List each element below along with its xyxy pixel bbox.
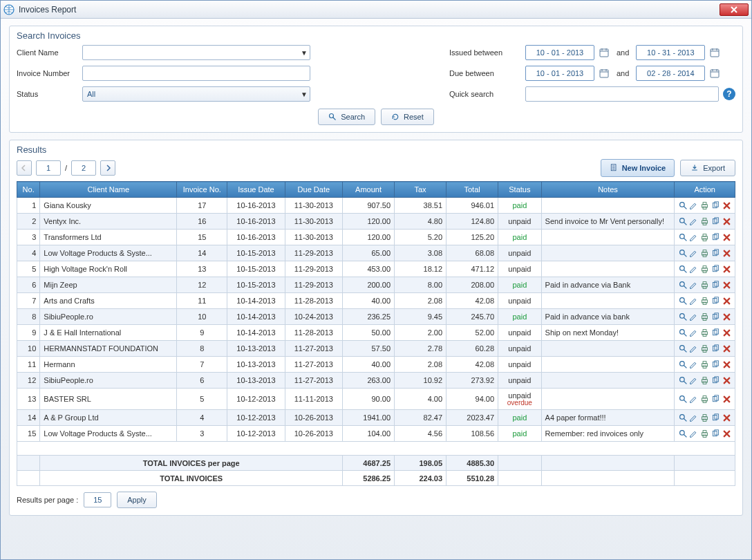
delete-icon[interactable]	[722, 312, 731, 321]
copy-icon[interactable]	[711, 344, 721, 353]
delete-icon[interactable]	[722, 360, 731, 369]
close-button[interactable]	[720, 3, 749, 16]
edit-icon[interactable]	[689, 296, 699, 306]
copy-icon[interactable]	[711, 248, 721, 258]
due-from-input[interactable]	[525, 66, 594, 81]
table-row[interactable]: 15 Low Voltage Products & Syste... 3 10-…	[17, 426, 735, 442]
edit-icon[interactable]	[689, 216, 699, 226]
table-row[interactable]: 4 Low Voltage Products & Syste... 14 10-…	[17, 245, 735, 261]
view-icon[interactable]	[678, 413, 688, 422]
print-icon[interactable]	[700, 328, 710, 337]
issued-from-input[interactable]	[525, 45, 594, 60]
view-icon[interactable]	[678, 264, 688, 274]
edit-icon[interactable]	[689, 264, 699, 274]
table-row[interactable]: 10 HERMANNSTADT FOUNDATION 8 10-13-2013 …	[17, 341, 735, 357]
apply-button[interactable]: Apply	[117, 492, 157, 508]
col-action[interactable]: Action	[675, 182, 735, 198]
print-icon[interactable]	[700, 248, 710, 258]
view-icon[interactable]	[678, 429, 688, 438]
edit-icon[interactable]	[689, 375, 699, 385]
status-select-value[interactable]	[82, 86, 310, 102]
col-tax[interactable]: Tax	[395, 182, 446, 198]
calendar-icon[interactable]	[599, 47, 610, 58]
edit-icon[interactable]	[689, 394, 699, 404]
edit-icon[interactable]	[689, 344, 699, 353]
copy-icon[interactable]	[711, 280, 721, 290]
print-icon[interactable]	[700, 312, 710, 321]
edit-icon[interactable]	[689, 312, 699, 321]
col-no[interactable]: No.	[17, 182, 40, 198]
client-name-combo[interactable]: ▼	[82, 45, 310, 60]
delete-icon[interactable]	[722, 216, 731, 226]
edit-icon[interactable]	[689, 413, 699, 422]
view-icon[interactable]	[678, 248, 688, 258]
edit-icon[interactable]	[689, 429, 699, 438]
view-icon[interactable]	[678, 200, 688, 210]
delete-icon[interactable]	[722, 328, 731, 337]
print-icon[interactable]	[700, 216, 710, 226]
next-page-button[interactable]	[100, 160, 115, 176]
table-row[interactable]: 8 SibiuPeople.ro 10 10-14-2013 10-24-201…	[17, 309, 735, 325]
copy-icon[interactable]	[711, 429, 721, 438]
new-invoice-button[interactable]: New Invoice	[601, 159, 675, 177]
print-icon[interactable]	[700, 394, 710, 404]
help-icon[interactable]: ?	[723, 88, 735, 100]
print-icon[interactable]	[700, 360, 710, 369]
copy-icon[interactable]	[711, 312, 721, 321]
edit-icon[interactable]	[689, 280, 699, 290]
copy-icon[interactable]	[711, 264, 721, 274]
table-row[interactable]: 13 BASTER SRL 5 10-12-2013 11-11-2013 90…	[17, 389, 735, 410]
delete-icon[interactable]	[722, 429, 731, 438]
table-row[interactable]: 7 Arts and Crafts 11 10-14-2013 11-28-20…	[17, 293, 735, 309]
edit-icon[interactable]	[689, 200, 699, 210]
invoice-number-input[interactable]	[82, 66, 310, 81]
copy-icon[interactable]	[711, 232, 721, 242]
print-icon[interactable]	[700, 200, 710, 210]
col-issue[interactable]: Issue Date	[227, 182, 285, 198]
issued-to-input[interactable]	[636, 45, 705, 60]
delete-icon[interactable]	[722, 232, 731, 242]
view-icon[interactable]	[678, 216, 688, 226]
print-icon[interactable]	[700, 344, 710, 353]
col-client[interactable]: Client Name	[40, 182, 177, 198]
view-icon[interactable]	[678, 328, 688, 337]
export-button[interactable]: Export	[680, 160, 735, 176]
col-notes[interactable]: Notes	[541, 182, 675, 198]
copy-icon[interactable]	[711, 200, 721, 210]
view-icon[interactable]	[678, 280, 688, 290]
delete-icon[interactable]	[722, 296, 731, 306]
copy-icon[interactable]	[711, 413, 721, 422]
table-row[interactable]: 12 SibiuPeople.ro 6 10-13-2013 11-27-201…	[17, 373, 735, 389]
reset-button[interactable]: Reset	[381, 109, 434, 125]
print-icon[interactable]	[700, 413, 710, 422]
view-icon[interactable]	[678, 312, 688, 321]
copy-icon[interactable]	[711, 394, 721, 404]
current-page-input[interactable]	[36, 160, 61, 176]
print-icon[interactable]	[700, 280, 710, 290]
table-row[interactable]: 14 A & P Group Ltd 4 10-12-2013 10-26-20…	[17, 410, 735, 426]
view-icon[interactable]	[678, 232, 688, 242]
delete-icon[interactable]	[722, 394, 731, 404]
copy-icon[interactable]	[711, 328, 721, 337]
results-per-page-input[interactable]	[84, 492, 111, 507]
due-to-input[interactable]	[636, 66, 705, 81]
status-select[interactable]: ▼	[82, 86, 310, 102]
edit-icon[interactable]	[689, 328, 699, 337]
delete-icon[interactable]	[722, 280, 731, 290]
delete-icon[interactable]	[722, 248, 731, 258]
copy-icon[interactable]	[711, 360, 721, 369]
print-icon[interactable]	[700, 429, 710, 438]
col-total[interactable]: Total	[446, 182, 498, 198]
table-row[interactable]: 5 High Voltage Rock'n Roll 13 10-15-2013…	[17, 261, 735, 277]
copy-icon[interactable]	[711, 296, 721, 306]
edit-icon[interactable]	[689, 232, 699, 242]
quick-search-input[interactable]	[525, 86, 719, 102]
view-icon[interactable]	[678, 344, 688, 353]
col-due[interactable]: Due Date	[285, 182, 342, 198]
view-icon[interactable]	[678, 296, 688, 306]
view-icon[interactable]	[678, 394, 688, 404]
print-icon[interactable]	[700, 264, 710, 274]
table-row[interactable]: 9 J & E Hall International 9 10-14-2013 …	[17, 325, 735, 341]
delete-icon[interactable]	[722, 264, 731, 274]
print-icon[interactable]	[700, 232, 710, 242]
